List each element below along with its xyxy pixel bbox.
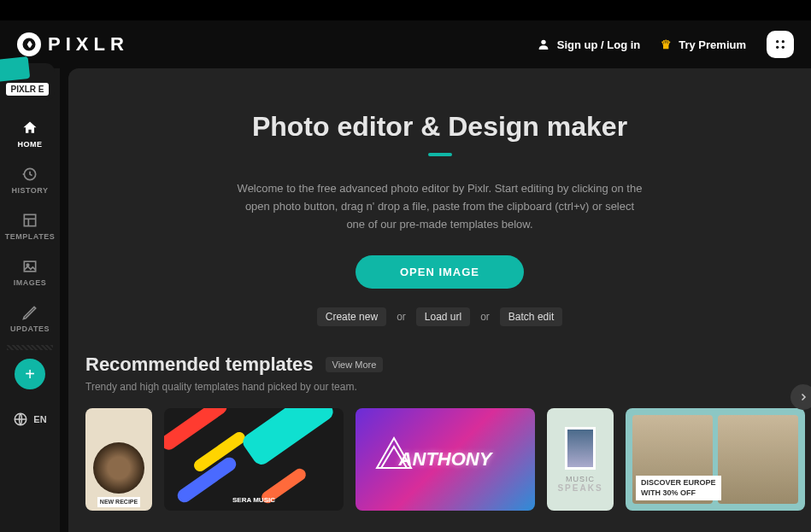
brand-logo[interactable]: PIXLR — [17, 32, 129, 56]
sidebar-item-label: TEMPLATES — [5, 232, 55, 241]
page-title: Photo editor & Design maker — [154, 111, 726, 143]
app-badge-label: PIXLR E — [6, 83, 50, 96]
open-image-button[interactable]: OPEN IMAGE — [356, 255, 524, 289]
sidebar-item-label: HISTORY — [11, 186, 48, 195]
images-icon — [21, 258, 38, 275]
sidebar-item-label: HOME — [18, 140, 43, 149]
language-selector[interactable]: EN — [13, 412, 46, 427]
sidebar-item-label: UPDATES — [10, 324, 50, 333]
signup-label: Sign up / Log in — [557, 38, 640, 51]
template-card[interactable]: NEW RECIPE — [85, 408, 152, 511]
user-icon — [537, 38, 550, 51]
history-icon — [21, 166, 38, 183]
title-underline — [428, 153, 452, 156]
template-card[interactable]: ANTHONY — [356, 408, 535, 511]
thumbnail-caption: MUSIC — [566, 475, 595, 483]
svg-point-4 — [782, 46, 785, 49]
try-premium-link[interactable]: ♛ Try Premium — [661, 38, 746, 51]
template-card[interactable]: SERA MUSIC — [164, 408, 344, 511]
or-separator: or — [480, 311, 490, 323]
language-code: EN — [33, 414, 46, 424]
sidebar-item-templates[interactable]: TEMPLATES — [4, 203, 56, 249]
hero-description: Welcome to the free advanced photo edito… — [235, 180, 645, 233]
svg-point-2 — [782, 40, 785, 43]
plus-icon: + — [25, 365, 35, 384]
template-thumbnails: NEW RECIPE SERA MUSIC ANTHONY MUSIC SPEA… — [85, 408, 794, 511]
svg-point-1 — [776, 40, 779, 43]
thumbnail-caption: NEW RECIPE — [97, 497, 140, 507]
sidebar-item-updates[interactable]: UPDATES — [4, 295, 56, 342]
templates-icon — [21, 212, 38, 229]
section-title: Recommended templates — [85, 354, 314, 376]
sub-actions: Create new or Load url or Batch edit — [154, 307, 726, 326]
sidebar-item-images[interactable]: IMAGES — [4, 249, 56, 295]
sidebar-item-home[interactable]: HOME — [4, 111, 56, 157]
thumbnail-graphic — [93, 442, 144, 494]
svg-point-3 — [776, 46, 779, 49]
thumbnail-caption: SERA MUSIC — [232, 496, 275, 504]
thumbnail-caption: DISCOVER EUROPE WITH 30% OFF — [636, 476, 721, 500]
header: PIXLR Sign up / Log in ♛ Try Premium — [0, 20, 811, 68]
load-url-button[interactable]: Load url — [416, 307, 470, 326]
section-subtitle: Trendy and high quality templates hand p… — [85, 381, 794, 393]
home-icon — [21, 120, 38, 137]
thumbnail-caption: SPEAKS — [557, 483, 602, 493]
sidebar: PIXLR E HOME HISTORY TEMPLATES IMAGES UP… — [0, 68, 60, 532]
sidebar-item-history[interactable]: HISTORY — [4, 157, 56, 203]
signup-login-link[interactable]: Sign up / Log in — [537, 38, 640, 51]
svg-point-0 — [541, 40, 545, 44]
premium-label: Try Premium — [679, 38, 746, 51]
thumbnail-graphic — [373, 434, 415, 476]
window-topbar — [0, 0, 811, 20]
grid-icon — [773, 38, 787, 51]
crown-icon: ♛ — [661, 38, 672, 51]
svg-rect-6 — [24, 214, 35, 225]
thumbnail-graphic — [565, 427, 596, 470]
brand-text: PIXLR — [48, 33, 129, 56]
sidebar-item-label: IMAGES — [14, 278, 47, 287]
svg-rect-9 — [24, 261, 35, 272]
view-more-button[interactable]: View More — [326, 357, 384, 372]
sidebar-separator — [7, 345, 53, 350]
chevron-right-icon — [798, 392, 808, 402]
main-content: Photo editor & Design maker Welcome to t… — [68, 68, 811, 532]
scroll-next-button[interactable] — [790, 384, 811, 410]
updates-icon — [21, 304, 38, 321]
hero: Photo editor & Design maker Welcome to t… — [68, 68, 811, 343]
globe-icon — [13, 412, 28, 427]
template-card[interactable]: MUSIC SPEAKS — [547, 408, 614, 511]
thumbnail-graphic — [718, 415, 798, 504]
batch-edit-button[interactable]: Batch edit — [500, 307, 562, 326]
header-actions: Sign up / Log in ♛ Try Premium — [537, 31, 794, 58]
apps-grid-button[interactable] — [767, 31, 794, 58]
thumbnail-graphic — [239, 408, 336, 468]
recommended-section: Recommended templates View More Trendy a… — [68, 343, 811, 511]
or-separator: or — [397, 311, 406, 323]
create-new-button[interactable]: Create new — [317, 307, 386, 326]
add-button[interactable]: + — [15, 359, 45, 389]
template-card[interactable]: DISCOVER EUROPE WITH 30% OFF — [626, 408, 805, 511]
logo-mark-icon — [17, 32, 41, 56]
app-badge[interactable]: PIXLR E — [0, 63, 55, 101]
